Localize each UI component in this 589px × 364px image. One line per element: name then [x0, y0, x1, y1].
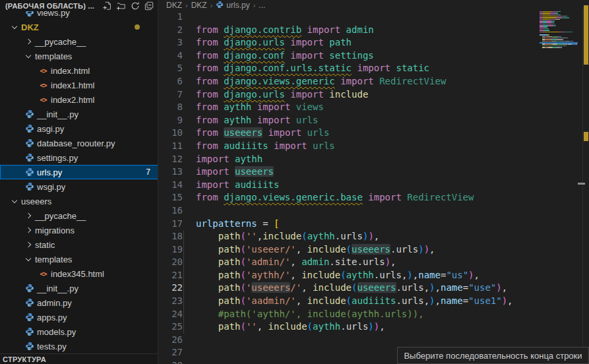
tree-folder-useeers[interactable]: useeers — [0, 194, 158, 208]
chevron-down-icon[interactable] — [12, 197, 17, 202]
chevron-down-icon[interactable] — [26, 52, 31, 57]
chevron-right-icon[interactable] — [26, 228, 31, 233]
code-line-24[interactable]: 24 #path('aythh/', include(aythh.urls)), — [159, 308, 589, 321]
code-line-3[interactable]: 3from django.urls import path — [159, 36, 589, 49]
code-line-14[interactable]: 14import audiiits — [159, 179, 589, 192]
workspace-title: (РАБОЧАЯ ОБЛАСТЬ) ... — [5, 2, 99, 10]
code-line-content: from django.urls import path — [183, 36, 589, 49]
breadcrumb-item[interactable]: DKZ — [166, 1, 182, 10]
breadcrumb-item[interactable]: DKZ — [191, 1, 207, 10]
html-icon: <> — [38, 95, 48, 105]
chevron-right-icon[interactable] — [26, 39, 31, 44]
tree-item-label: __init__.py — [37, 109, 78, 119]
code-line-13[interactable]: 13import useeers — [159, 166, 589, 179]
tree-file-index345.html[interactable]: <>index345.html — [0, 266, 158, 281]
code-line-25[interactable]: 25 path('', include(aythh.urls)), — [159, 320, 589, 334]
collapse-all-icon[interactable] — [143, 1, 154, 11]
code-line-content — [183, 204, 589, 218]
code-line-12[interactable]: 12import aythh — [159, 153, 589, 166]
line-number: 16 — [159, 204, 183, 218]
tree-folder-templates[interactable]: templates — [0, 252, 158, 266]
code-line-15[interactable]: 15from django.views.generic.base import … — [159, 191, 589, 204]
tree-folder-static[interactable]: static — [0, 237, 158, 252]
chevron-down-icon[interactable] — [26, 255, 31, 260]
line-number: 7 — [159, 88, 183, 102]
code-line-8[interactable]: 8from aythh import views — [159, 101, 589, 114]
line-number: 12 — [159, 153, 183, 166]
tree-file-models.py[interactable]: models.py — [0, 324, 158, 339]
code-line-content: path('aadmin/', include(audiiits.urls,),… — [183, 295, 589, 308]
tree-item-label: __init__.py — [37, 284, 78, 293]
code-line-20[interactable]: 20 path('admin/', admin.site.urls), — [159, 256, 589, 269]
tree-folder-DKZ[interactable]: DKZ — [0, 20, 158, 34]
tree-file-__init__.py[interactable]: __init__.py — [0, 107, 158, 121]
tree-file-admin.py[interactable]: admin.py — [0, 295, 158, 310]
code-line-19[interactable]: 19 path('useeer/', include(useeers.urls)… — [159, 243, 589, 257]
tree-file-apps.py[interactable]: apps.py — [0, 310, 158, 324]
tree-file-wsgi.py[interactable]: wsgi.py — [0, 179, 158, 194]
python-icon — [24, 342, 34, 351]
line-number: 3 — [159, 36, 183, 49]
tree-file-index.html[interactable]: <>index.html — [0, 63, 158, 78]
breadcrumb-item[interactable]: urls.py — [226, 1, 249, 10]
line-number: 8 — [159, 101, 183, 114]
chevron-right-icon[interactable] — [26, 213, 31, 218]
tree-file-settings.py[interactable]: settings.py — [0, 150, 158, 165]
tree-item-label: index2.html — [51, 95, 94, 105]
tree-file-asgi.py[interactable]: asgi.py — [0, 121, 158, 136]
code-line-18[interactable]: 18 path('',include(aythh.urls)), — [159, 230, 589, 243]
tree-item-label: apps.py — [37, 313, 67, 322]
code-line-16[interactable]: 16 — [159, 204, 589, 218]
tree-folder-__pycache__[interactable]: __pycache__ — [0, 208, 158, 223]
code-line-5[interactable]: 5from django.conf.urls.static import sta… — [159, 62, 589, 75]
tree-file-index1.html[interactable]: <>index1.html — [0, 78, 158, 92]
tree-file-index2.html[interactable]: <>index2.html — [0, 92, 158, 107]
structure-section-header[interactable]: СТРУКТУРА — [0, 353, 158, 364]
tree-item-label: index.html — [51, 66, 90, 76]
code-line-1[interactable]: 1 — [159, 11, 589, 24]
code-line-22[interactable]: 22 path('useeers/', include(useeers.urls… — [159, 282, 589, 295]
code-line-4[interactable]: 4from django.conf import settings — [159, 49, 589, 63]
code-line-content: path('admin/', admin.site.urls), — [183, 256, 589, 269]
code-line-content: urlpatterns = [ — [183, 218, 589, 231]
code-line-9[interactable]: 9from aythh import urls — [159, 114, 589, 127]
chevron-right-icon: › — [185, 1, 188, 9]
line-number: 19 — [159, 243, 183, 257]
tree-folder-__pycache__[interactable]: __pycache__ — [0, 34, 158, 49]
chevron-right-icon: › — [210, 1, 213, 9]
tree-file-__init__.py[interactable]: __init__.py — [0, 281, 158, 295]
code-line-content: from django.views.generic import Redirec… — [183, 75, 589, 88]
code-line-26[interactable]: 26 — [159, 334, 589, 347]
tree-item-label: templates — [35, 255, 72, 264]
new-file-icon[interactable] — [102, 1, 113, 11]
new-folder-icon[interactable] — [115, 1, 127, 11]
code-line-content: from django.contrib import admin — [183, 24, 589, 37]
code-line-content: path('', include(aythh.urls)), — [183, 320, 589, 334]
tree-item-label: models.py — [37, 327, 76, 337]
line-number: 9 — [159, 114, 183, 127]
line-number: 22 — [159, 282, 183, 295]
overview-ruler-scrollbar[interactable] — [583, 0, 589, 364]
code-line-23[interactable]: 23 path('aadmin/', include(audiiits.urls… — [159, 295, 589, 308]
minimap[interactable] — [540, 9, 578, 53]
code-line-17[interactable]: 17urlpatterns = [ — [159, 218, 589, 231]
line-number: 5 — [159, 62, 183, 75]
tree-folder-templates[interactable]: templates — [0, 49, 158, 63]
code-line-21[interactable]: 21 path('aythh/', include(aythh.urls,),n… — [159, 269, 589, 282]
chevron-down-icon[interactable] — [12, 23, 17, 28]
code-area[interactable]: 12from django.contrib import admin3from … — [159, 11, 589, 364]
refresh-icon[interactable] — [129, 1, 140, 11]
problems-count-badge: 7 — [146, 167, 150, 177]
breadcrumb-item[interactable]: ... — [259, 1, 265, 10]
code-line-10[interactable]: 10from useeers import urls — [159, 127, 589, 140]
chevron-right-icon[interactable] — [26, 242, 31, 247]
code-line-6[interactable]: 6from django.views.generic import Redire… — [159, 75, 589, 88]
python-icon — [24, 182, 34, 192]
tree-folder-migrations[interactable]: migrations — [0, 223, 158, 237]
tree-file-tests.py[interactable]: tests.py — [0, 339, 158, 353]
tree-file-database_roouter.py[interactable]: database_roouter.py — [0, 136, 158, 150]
tree-file-urls.py[interactable]: urls.py7 — [0, 165, 158, 179]
code-line-2[interactable]: 2from django.contrib import admin — [159, 24, 589, 37]
code-line-11[interactable]: 11from audiiits import urls — [159, 140, 589, 153]
code-line-7[interactable]: 7from django.urls import include — [159, 88, 589, 102]
